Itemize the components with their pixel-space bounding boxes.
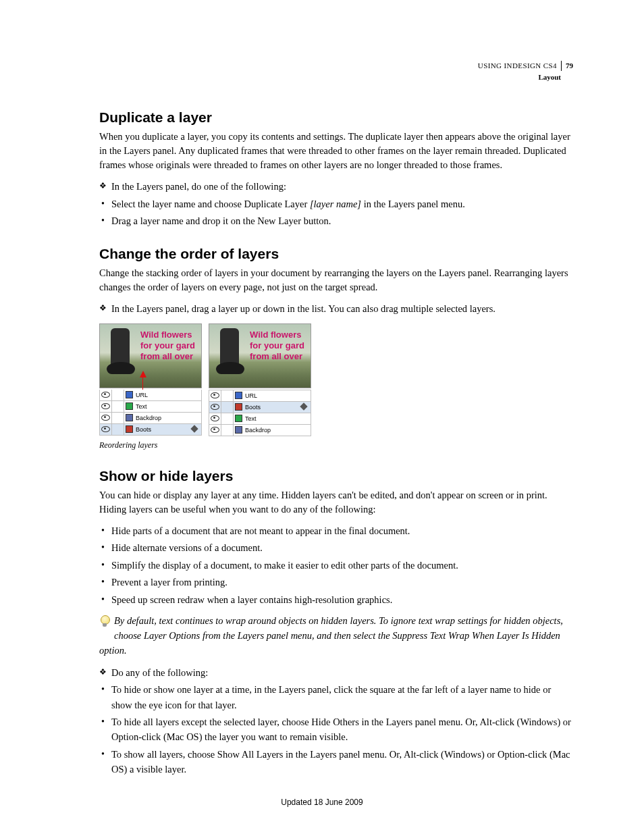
tip-note: By default, text continues to wrap aroun… [99,614,573,658]
list-item: To hide all layers except the selected l… [99,714,573,745]
eye-icon [101,392,110,398]
line: for your gard [140,340,195,350]
list-change-order: In the Layers panel, drag a layer up or … [99,301,573,316]
figure-reordering-layers: Wild flowers for your gard from all over… [99,323,314,450]
layer-name-label: URL [243,392,311,399]
line: for your gard [250,340,304,350]
visibility-toggle [100,424,112,435]
eye-icon [101,426,110,432]
visibility-toggle [209,425,221,436]
lock-toggle [112,390,124,400]
boot-graphic-icon [215,328,247,381]
para-show-hide-intro: You can hide or display any layer at any… [99,488,573,517]
text: in the Layers panel menu. [361,199,465,209]
thumb-text: Wild flowers for your gard from all over [250,330,308,363]
step: In the Layers panel, drag a layer up or … [99,301,573,316]
page: USING INDESIGN CS479 Layout Duplicate a … [0,0,644,834]
list-lead: In the Layers panel, do one of the follo… [99,179,573,194]
layers-panel-before: URLTextBackdropBoots [99,390,202,436]
layers-panel-after: URLBootsTextBackdrop [209,390,311,436]
figure-before: Wild flowers for your gard from all over… [99,323,202,436]
lock-toggle [221,425,234,436]
list-item: Hide alternate versions of a document. [99,540,573,555]
layer-swatch [234,402,243,413]
layer-row: Backdrop [99,413,202,424]
page-footer: Updated 18 June 2009 [0,798,644,807]
layer-name-placeholder: [layer name] [310,199,361,209]
running-header: USING INDESIGN CS479 Layout [478,61,573,82]
eye-icon [211,427,219,433]
list-item: Hide parts of a document that are not me… [99,523,573,538]
lock-toggle [221,413,234,424]
eye-icon [101,403,110,409]
layer-swatch [124,413,134,423]
lightbulb-icon [99,615,110,629]
list-item: Drag a layer name and drop it on the New… [99,213,573,228]
lock-toggle [221,402,234,413]
thumb-text: Wild flowers for your gard from all over [140,330,198,363]
list-show-hide-steps: Do any of the following: To hide or show… [99,665,573,777]
lock-toggle [221,390,234,401]
visibility-toggle [100,390,112,400]
eye-icon [211,392,219,398]
layer-swatch [124,390,134,400]
boot-graphic-icon [105,328,138,381]
line: Wild flowers [140,330,192,340]
lock-toggle [112,401,124,412]
layer-row: Boots [99,424,202,436]
lock-toggle [112,424,124,435]
layer-row: Boots [209,402,311,413]
list-duplicate: In the Layers panel, do one of the follo… [99,179,573,228]
layer-swatch [234,425,243,436]
thumb-before: Wild flowers for your gard from all over [99,323,202,388]
layer-swatch [234,390,243,401]
list-item: Simplify the display of a document, to m… [99,558,573,573]
book-title: USING INDESIGN CS4 [478,61,557,70]
visibility-toggle [209,402,221,413]
lock-toggle [112,413,124,423]
thumb-after: Wild flowers for your gard from all over [209,323,311,388]
page-content: Duplicate a layer When you duplicate a l… [99,109,573,777]
drag-arrow-icon [140,371,146,377]
layer-name-label: Backdrop [134,415,201,421]
layer-row: Backdrop [209,425,311,436]
figure-caption: Reordering layers [99,440,314,450]
line: Wild flowers [250,330,301,340]
list-show-hide-reasons: Hide parts of a document that are not me… [99,523,573,607]
layer-name-label: URL [134,392,201,398]
list-item: Prevent a layer from printing. [99,575,573,590]
layer-swatch [124,401,134,412]
para-change-order-intro: Change the stacking order of layers in y… [99,266,573,294]
layer-row: URL [209,390,311,402]
layer-name-label: Text [243,415,311,422]
page-number: 79 [561,61,573,71]
line: from all over [250,351,302,361]
list-item: To hide or show one layer at a time, in … [99,682,573,712]
visibility-toggle [100,401,112,412]
eye-icon [211,404,219,410]
section-name: Layout [478,72,561,82]
para-duplicate-intro: When you duplicate a layer, you copy its… [99,130,573,172]
tip-text: By default, text continues to wrap aroun… [99,615,563,656]
visibility-toggle [209,413,221,424]
layer-row: Text [99,401,202,413]
list-lead: Do any of the following: [99,665,573,680]
layer-name-label: Backdrop [243,427,311,434]
eye-icon [101,415,110,421]
list-item: Speed up screen redraw when a layer cont… [99,592,573,607]
eye-icon [211,415,219,421]
layer-swatch [124,424,134,435]
list-item: To show all layers, choose Show All Laye… [99,747,573,777]
layer-name-label: Text [134,403,201,410]
layer-row: Text [209,413,311,425]
visibility-toggle [100,413,112,423]
visibility-toggle [209,390,221,401]
layer-swatch [234,413,243,424]
updated-date: Updated 18 June 2009 [281,798,363,807]
figure-after: Wild flowers for your gard from all over… [209,323,311,436]
text: Select the layer name and choose Duplica… [111,199,310,209]
heading-show-hide: Show or hide layers [99,468,573,484]
layer-row: URL [99,390,202,401]
list-item: Select the layer name and choose Duplica… [99,197,573,211]
heading-duplicate-layer: Duplicate a layer [99,109,573,126]
